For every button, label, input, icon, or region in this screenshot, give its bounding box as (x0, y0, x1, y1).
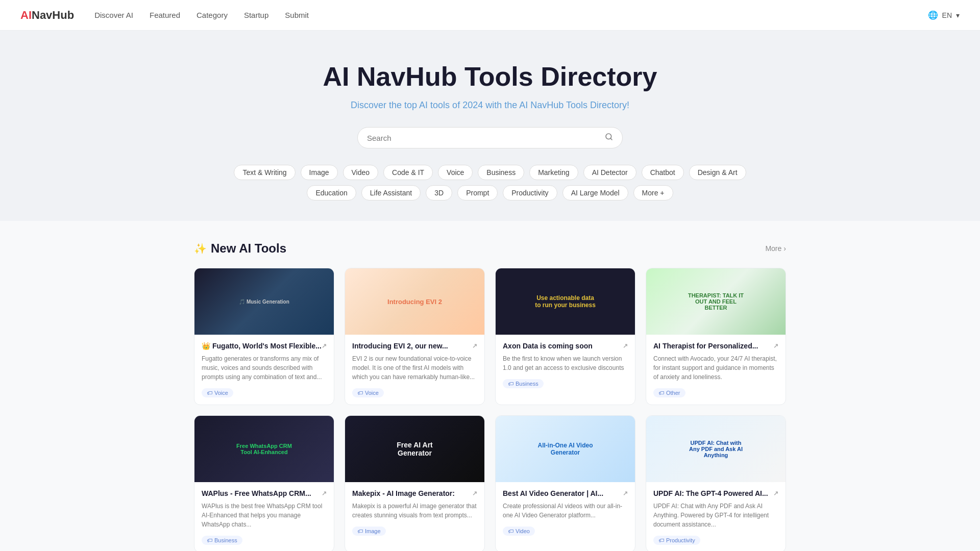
tool-card-image-fugatto: 🎵 Music Generation (194, 268, 334, 335)
nav-featured[interactable]: Featured (150, 11, 180, 19)
tool-card-body-evi2: Introducing EVI 2, our new... ↗ EVI 2 is… (345, 335, 484, 405)
tool-card-title-makepix: Makepix - AI Image Generator: ↗ (352, 489, 477, 497)
search-icon (605, 133, 613, 143)
tool-card-body-updf: UPDF AI: The GPT-4 Powered AI... ↗ UPDF … (646, 482, 786, 551)
search-button[interactable] (605, 133, 613, 143)
navbar: AI NavHub Discover AI Featured Category … (0, 0, 980, 31)
cat-productivity[interactable]: Productivity (503, 185, 557, 201)
tool-title-text: WAPlus - Free WhatsApp CRM... (202, 489, 311, 497)
tool-card-image-therapist: THERAPIST: TALK IT OUT AND FEEL BETTER (646, 268, 786, 335)
cat-more[interactable]: More + (633, 185, 673, 201)
tool-card-title-therapist: AI Therapist for Personalized... ↗ (653, 342, 778, 350)
tool-card-waplus[interactable]: Free WhatsApp CRM Tool AI-Enhanced WAPlu… (194, 415, 334, 551)
more-link[interactable]: More › (765, 244, 786, 253)
new-tools-section-header: ✨ New AI Tools More › (194, 241, 786, 256)
tool-card-title-waplus: WAPlus - Free WhatsApp CRM... ↗ (202, 489, 327, 497)
tool-card-image-aivideo: All-in-One AI Video Generator (496, 416, 635, 482)
tool-card-fugatto[interactable]: 🎵 Music Generation 👑 Fugatto, World's Mo… (194, 268, 334, 405)
tool-desc-therapist: Connect with Avocado, your 24/7 AI thera… (653, 354, 778, 382)
logo[interactable]: AI NavHub (20, 9, 74, 22)
nav-discover-ai[interactable]: Discover AI (94, 11, 133, 19)
tool-card-image-waplus: Free WhatsApp CRM Tool AI-Enhanced (194, 416, 334, 482)
tag-label: Other (666, 390, 680, 396)
tool-tag-updf[interactable]: 🏷 Productivity (653, 536, 700, 545)
tool-card-body-fugatto: 👑 Fugatto, World's Most Flexible... ↗ Fu… (194, 335, 334, 405)
tag-icon: 🏷 (508, 381, 513, 387)
hero-section: AI NavHub Tools Directory Discover the t… (0, 31, 980, 221)
tag-icon: 🏷 (508, 528, 513, 534)
tool-card-axon[interactable]: Use actionable data to run your business… (495, 268, 635, 405)
tool-tag-aivideo[interactable]: 🏷 Video (503, 527, 535, 536)
tool-desc-aivideo: Create professional AI videos with our a… (503, 502, 628, 520)
tool-desc-fugatto: Fugatto generates or transforms any mix … (202, 354, 327, 382)
tool-title-text: UPDF AI: The GPT-4 Powered AI... (653, 489, 768, 497)
cat-image[interactable]: Image (301, 165, 338, 180)
cat-voice[interactable]: Voice (438, 165, 473, 180)
tool-card-evi2[interactable]: Introducing EVI 2 Introducing EVI 2, our… (345, 268, 485, 405)
cat-life-assistant[interactable]: Life Assistant (361, 185, 421, 201)
nav-submit[interactable]: Submit (285, 11, 309, 19)
tool-tag-therapist[interactable]: 🏷 Other (653, 388, 685, 397)
external-link-icon: ↗ (322, 342, 327, 349)
tool-card-updf[interactable]: UPDF AI: Chat with Any PDF and Ask AI An… (646, 415, 786, 551)
main-content: ✨ New AI Tools More › 🎵 Music Generation… (184, 221, 796, 551)
tool-desc-evi2: EVI 2 is our new foundational voice-to-v… (352, 354, 477, 382)
tool-card-therapist[interactable]: THERAPIST: TALK IT OUT AND FEEL BETTER A… (646, 268, 786, 405)
card-img-text: Introducing EVI 2 (383, 294, 446, 310)
tag-label: Image (365, 528, 381, 534)
tool-card-body-waplus: WAPlus - Free WhatsApp CRM... ↗ WAPlus i… (194, 482, 334, 551)
tag-icon: 🏷 (357, 528, 363, 534)
section-title: ✨ New AI Tools (194, 241, 286, 256)
tools-grid-row2: Free WhatsApp CRM Tool AI-Enhanced WAPlu… (194, 415, 786, 551)
card-img-text: Free AI Art Generator (380, 437, 450, 461)
cat-prompt[interactable]: Prompt (457, 185, 498, 201)
cat-ai-detector[interactable]: AI Detector (583, 165, 636, 180)
tag-label: Business (214, 537, 237, 543)
cat-ai-large-model[interactable]: AI Large Model (562, 185, 628, 201)
category-tags-row2: Education Life Assistant 3D Prompt Produ… (10, 185, 970, 201)
tool-title-text: Introducing EVI 2, our new... (352, 342, 448, 350)
tool-tag-axon[interactable]: 🏷 Business (503, 379, 544, 388)
search-input[interactable] (367, 134, 605, 142)
cat-code-it[interactable]: Code & IT (383, 165, 433, 180)
tag-label: Voice (365, 390, 379, 396)
tool-tag-fugatto[interactable]: 🏷 Voice (202, 388, 233, 397)
cat-text-writing[interactable]: Text & Writing (234, 165, 295, 180)
tool-tag-makepix[interactable]: 🏷 Image (352, 527, 386, 536)
hero-subtitle: Discover the top AI tools of 2024 with t… (10, 100, 970, 111)
tool-card-image-updf: UPDF AI: Chat with Any PDF and Ask AI An… (646, 416, 786, 482)
logo-ai: AI (20, 9, 32, 22)
title-with-crown: 👑 Fugatto, World's Most Flexible... (202, 342, 322, 350)
tool-card-body-aivideo: Best AI Video Generator | AI... ↗ Create… (496, 482, 635, 543)
cat-marketing[interactable]: Marketing (529, 165, 578, 180)
cat-design-art[interactable]: Design & Art (689, 165, 746, 180)
cat-business[interactable]: Business (478, 165, 524, 180)
tag-icon: 🏷 (357, 390, 363, 396)
nav-category[interactable]: Category (197, 11, 228, 19)
tool-card-body-axon: Axon Data is coming soon ↗ Be the first … (496, 335, 635, 395)
tool-tag-evi2[interactable]: 🏷 Voice (352, 388, 384, 397)
nav-startup[interactable]: Startup (244, 11, 268, 19)
tool-card-body-therapist: AI Therapist for Personalized... ↗ Conne… (646, 335, 786, 405)
chevron-right-icon: › (783, 244, 786, 253)
language-selector[interactable]: 🌐 EN ▾ (928, 10, 960, 20)
external-link-icon: ↗ (773, 342, 778, 349)
tool-card-aivideo[interactable]: All-in-One AI Video Generator Best AI Vi… (495, 415, 635, 551)
hero-title: AI NavHub Tools Directory (10, 61, 970, 92)
tool-tag-waplus[interactable]: 🏷 Business (202, 536, 242, 545)
external-link-icon: ↗ (773, 490, 778, 497)
tools-grid-row1: 🎵 Music Generation 👑 Fugatto, World's Mo… (194, 268, 786, 405)
cat-chatbot[interactable]: Chatbot (642, 165, 684, 180)
external-link-icon: ↗ (472, 490, 477, 497)
tool-card-title-aivideo: Best AI Video Generator | AI... ↗ (503, 489, 628, 497)
tag-icon: 🏷 (658, 537, 664, 543)
tool-card-makepix[interactable]: Free AI Art Generator Makepix - AI Image… (345, 415, 485, 551)
cat-education[interactable]: Education (307, 185, 356, 201)
tag-icon: 🏷 (207, 390, 212, 396)
cat-video[interactable]: Video (343, 165, 379, 180)
tag-label: Productivity (666, 537, 695, 543)
tool-title-text: Makepix - AI Image Generator: (352, 489, 455, 497)
search-bar (357, 127, 623, 148)
card-img-text: 🎵 Music Generation (235, 295, 293, 309)
cat-3d[interactable]: 3D (426, 185, 452, 201)
